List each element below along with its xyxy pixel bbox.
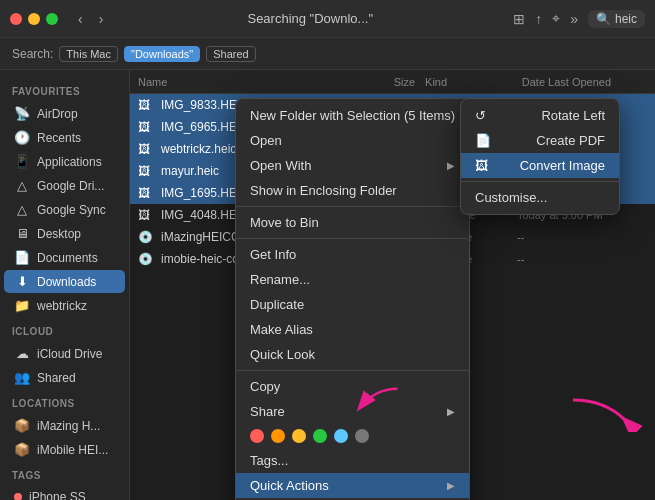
scope-downloads[interactable]: "Downloads" [124,46,200,62]
submenu-create-pdf[interactable]: 📄 Create PDF [461,128,619,153]
submenu-customise[interactable]: Customise... [461,185,619,210]
sidebar-item-recents[interactable]: 🕐 Recents [4,126,125,149]
sidebar-item-shared[interactable]: 👥 Shared [4,366,125,389]
menu-get-info[interactable]: Get Info [236,242,469,267]
back-button[interactable]: ‹ [74,9,87,29]
minimize-button[interactable] [28,13,40,25]
sidebar-item-applications[interactable]: 📱 Applications [4,150,125,173]
tag-color-gray[interactable] [355,429,369,443]
sidebar-item-downloads[interactable]: ⬇ Downloads [4,270,125,293]
menu-item-label: Copy [250,379,280,394]
sidebar-item-imobie[interactable]: 📦 iMobile HEI... [4,438,125,461]
menu-open-with[interactable]: Open With ▶ [236,153,469,178]
desktop-icon: 🖥 [14,226,30,241]
menu-new-folder[interactable]: New Folder with Selection (5 Items) [236,103,469,128]
sidebar-item-desktop[interactable]: 🖥 Desktop [4,222,125,245]
sidebar: Favourites 📡 AirDrop 🕐 Recents 📱 Applica… [0,70,130,500]
applications-icon: 📱 [14,154,30,169]
documents-icon: 📄 [14,250,30,265]
convert-image-icon: 🖼 [475,158,488,173]
imobie-icon: 📦 [14,442,30,457]
forward-button[interactable]: › [95,9,108,29]
col-header-kind[interactable]: Kind [415,76,512,88]
scope-shared[interactable]: Shared [206,46,255,62]
arrow-right-indicator [565,392,645,432]
rotate-left-icon: ↺ [475,108,486,123]
sidebar-item-imazing[interactable]: 📦 iMazing H... [4,414,125,437]
menu-quick-actions[interactable]: Quick Actions ▶ [236,473,469,498]
tag-color-green[interactable] [313,429,327,443]
sidebar-item-airdrop[interactable]: 📡 AirDrop [4,102,125,125]
airdrop-icon: 📡 [14,106,30,121]
google-drive-icon: △ [14,178,30,193]
file-date: -- [507,231,647,243]
sidebar-label-airdrop: AirDrop [37,107,78,121]
sidebar-label-google-drive: Google Dri... [37,179,104,193]
menu-open[interactable]: Open [236,128,469,153]
tag-color-red[interactable] [250,429,264,443]
sidebar-section-favourites: Favourites [0,78,129,101]
file-icon-disk: 💿 [138,252,156,266]
file-icon-heic: 🖼 [138,208,156,222]
search-label: Search: [12,47,53,61]
file-icon-heic: 🖼 [138,120,156,134]
sidebar-label-webtrickz: webtrickz [37,299,87,313]
scope-this-mac[interactable]: This Mac [59,46,118,62]
share-icon[interactable]: ↑ [535,11,542,27]
col-header-size[interactable]: Size [338,76,415,88]
icloud-drive-icon: ☁ [14,346,30,361]
submenu-convert-image[interactable]: 🖼 Convert Image [461,153,619,178]
more-icon[interactable]: » [570,11,578,27]
chevron-right-icon: ▶ [447,480,455,491]
tag-color-orange[interactable] [271,429,285,443]
sidebar-item-documents[interactable]: 📄 Documents [4,246,125,269]
sidebar-item-google-drive[interactable]: △ Google Dri... [4,174,125,197]
tag-icon[interactable]: ⌖ [552,10,560,27]
tag-color-blue[interactable] [334,429,348,443]
close-button[interactable] [10,13,22,25]
submenu-item-label: Rotate Left [541,108,605,123]
sidebar-label-applications: Applications [37,155,102,169]
sidebar-section-locations: Locations [0,390,129,413]
submenu-rotate-left[interactable]: ↺ Rotate Left [461,103,619,128]
shared-icon: 👥 [14,370,30,385]
menu-make-alias[interactable]: Make Alias [236,317,469,342]
sidebar-item-google-sync[interactable]: △ Google Sync [4,198,125,221]
menu-item-label: Show in Enclosing Folder [250,183,397,198]
menu-show-enclosing[interactable]: Show in Enclosing Folder [236,178,469,203]
main-layout: Favourites 📡 AirDrop 🕐 Recents 📱 Applica… [0,70,655,500]
submenu-item-label: Create PDF [536,133,605,148]
menu-duplicate[interactable]: Duplicate [236,292,469,317]
search-box[interactable]: 🔍 heic [588,10,645,28]
arrow-left-indicator [345,380,405,420]
menu-tags[interactable]: Tags... [236,448,469,473]
menu-rename[interactable]: Rename... [236,267,469,292]
fullscreen-button[interactable] [46,13,58,25]
sidebar-item-iphone-ss[interactable]: iPhone SS [4,486,125,500]
menu-item-label: Open [250,133,282,148]
sidebar-section-tags: Tags [0,462,129,485]
file-icon-heic: 🖼 [138,142,156,156]
col-header-date[interactable]: Date Last Opened [512,76,647,88]
menu-move-bin[interactable]: Move to Bin [236,210,469,235]
downloads-icon: ⬇ [14,274,30,289]
search-input-text[interactable]: heic [615,12,637,26]
view-options-icon[interactable]: ⊞ [513,11,525,27]
col-header-name[interactable]: Name [138,76,338,88]
file-icon-heic: 🖼 [138,164,156,178]
menu-item-label: Open With [250,158,311,173]
sidebar-item-icloud-drive[interactable]: ☁ iCloud Drive [4,342,125,365]
content-area: Name Size Kind Date Last Opened 🖼 IMG_98… [130,70,655,500]
sidebar-label-imazing: iMazing H... [37,419,100,433]
menu-item-label: Quick Actions [250,478,329,493]
quick-actions-submenu: ↺ Rotate Left 📄 Create PDF 🖼 Convert Ima… [460,98,620,215]
file-date: -- [507,253,647,265]
sidebar-section-icloud: iCloud [0,318,129,341]
sidebar-item-webtrickz[interactable]: 📁 webtrickz [4,294,125,317]
tag-color-yellow[interactable] [292,429,306,443]
sidebar-label-documents: Documents [37,251,98,265]
menu-quick-look[interactable]: Quick Look [236,342,469,367]
searchbar: Search: This Mac "Downloads" Shared [0,38,655,70]
google-sync-icon: △ [14,202,30,217]
tag-dot-red [14,493,22,500]
